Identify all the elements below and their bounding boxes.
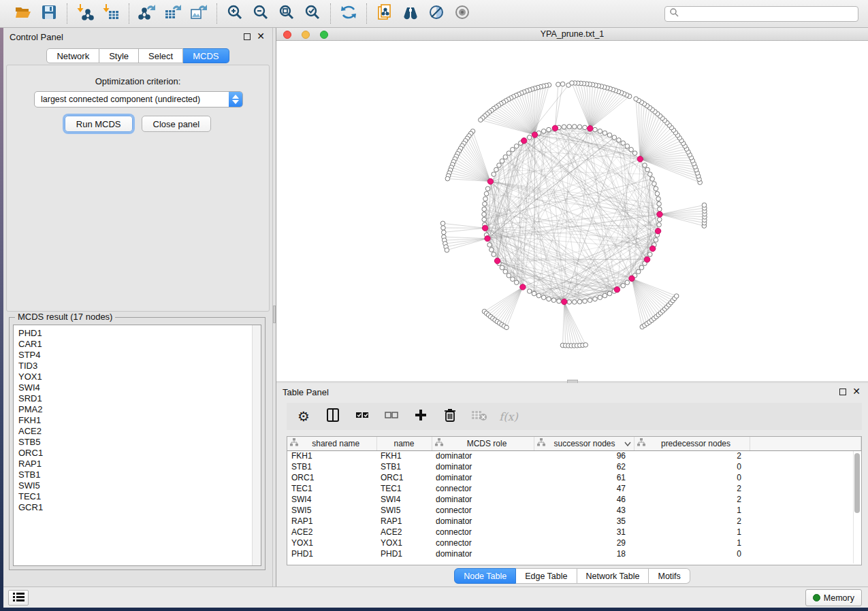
- cell-name[interactable]: YOX1: [376, 538, 432, 548]
- cell-successor-nodes[interactable]: 18: [534, 548, 634, 559]
- mcds-result-item[interactable]: ORC1: [18, 448, 261, 459]
- select-all-button[interactable]: [353, 408, 371, 425]
- scrollbar-thumb[interactable]: [854, 453, 860, 513]
- cell-predecessor-nodes[interactable]: 1: [634, 505, 750, 516]
- tab-select[interactable]: Select: [139, 48, 183, 63]
- cell-name[interactable]: SWI5: [376, 505, 432, 516]
- cell-shared-name[interactable]: SWI4: [287, 494, 376, 505]
- table-scrollbar[interactable]: [853, 451, 861, 563]
- table-row[interactable]: TEC1TEC1connector472: [287, 483, 861, 494]
- column-header-predecessor-nodes[interactable]: predecessor nodes: [634, 437, 750, 450]
- network-search-field[interactable]: [664, 6, 858, 22]
- deselect-all-button[interactable]: [383, 408, 400, 425]
- cell-shared-name[interactable]: FKH1: [287, 450, 376, 461]
- table-row[interactable]: STB1STB1dominator620: [287, 461, 861, 472]
- cell-shared-name[interactable]: PHD1: [287, 548, 376, 559]
- cell-MCDS-role[interactable]: connector: [432, 505, 534, 516]
- table-row[interactable]: YOX1YOX1connector291: [287, 538, 861, 548]
- cell-name[interactable]: ACE2: [376, 527, 432, 538]
- cell-shared-name[interactable]: SWI5: [287, 505, 376, 516]
- cell-shared-name[interactable]: STB1: [287, 461, 376, 472]
- cell-MCDS-role[interactable]: dominator: [432, 450, 534, 461]
- zoom-in-button[interactable]: [225, 4, 244, 23]
- save-session-button[interactable]: [39, 4, 59, 23]
- cell-shared-name[interactable]: ACE2: [287, 527, 376, 538]
- cell-predecessor-nodes[interactable]: 1: [634, 527, 750, 538]
- cell-MCDS-role[interactable]: dominator: [432, 548, 534, 559]
- float-window-icon[interactable]: [839, 389, 846, 395]
- mcds-result-item[interactable]: STP4: [18, 350, 261, 361]
- close-panel-button[interactable]: Close panel: [142, 116, 212, 132]
- cell-predecessor-nodes[interactable]: 2: [634, 450, 750, 461]
- mcds-result-item[interactable]: SWI5: [18, 480, 261, 491]
- close-panel-icon[interactable]: ✕: [257, 31, 265, 42]
- mcds-result-item[interactable]: PMA2: [18, 404, 261, 415]
- cell-shared-name[interactable]: TEC1: [287, 483, 376, 494]
- mcds-list-scrollbar[interactable]: [252, 325, 261, 565]
- cell-predecessor-nodes[interactable]: 0: [634, 461, 750, 472]
- show-panels-list-button[interactable]: [8, 590, 29, 606]
- mcds-result-item[interactable]: SRD1: [18, 393, 261, 404]
- cell-successor-nodes[interactable]: 43: [534, 505, 634, 516]
- cell-successor-nodes[interactable]: 47: [534, 483, 634, 494]
- cell-successor-nodes[interactable]: 96: [534, 450, 634, 461]
- zoom-out-button[interactable]: [251, 4, 270, 23]
- cell-MCDS-role[interactable]: connector: [432, 538, 534, 548]
- table-row[interactable]: FKH1FKH1dominator962: [287, 450, 861, 461]
- cell-name[interactable]: STB1: [376, 461, 432, 472]
- search-input[interactable]: [679, 9, 854, 18]
- column-header-name[interactable]: name: [376, 437, 432, 450]
- mcds-result-list[interactable]: PHD1CAR1STP4TID3YOX1SWI4SRD1PMA2FKH1ACE2…: [13, 325, 261, 566]
- cell-predecessor-nodes[interactable]: 2: [634, 516, 750, 527]
- function-builder-button[interactable]: f(x): [500, 408, 517, 425]
- column-header-MCDS-role[interactable]: MCDS role: [432, 437, 534, 450]
- tab-mcds[interactable]: MCDS: [183, 48, 229, 63]
- table-row[interactable]: ACE2ACE2connector311: [287, 527, 861, 538]
- hide-graphics-details-button[interactable]: [427, 4, 446, 23]
- cell-name[interactable]: SWI4: [376, 494, 432, 505]
- cell-shared-name[interactable]: YOX1: [287, 538, 376, 548]
- run-mcds-button[interactable]: Run MCDS: [65, 116, 133, 132]
- cell-name[interactable]: PHD1: [376, 548, 432, 559]
- import-network-button[interactable]: [76, 4, 95, 23]
- cell-MCDS-role[interactable]: connector: [432, 483, 534, 494]
- mcds-result-item[interactable]: ACE2: [18, 426, 261, 437]
- tab-motifs[interactable]: Motifs: [649, 568, 690, 584]
- column-browser-button[interactable]: [324, 408, 342, 425]
- tab-style[interactable]: Style: [99, 48, 139, 63]
- export-network-button[interactable]: [138, 4, 157, 23]
- mcds-result-item[interactable]: FKH1: [18, 415, 261, 426]
- cell-name[interactable]: FKH1: [376, 450, 432, 461]
- zoom-fit-button[interactable]: [277, 4, 296, 23]
- mcds-result-item[interactable]: GCR1: [18, 502, 261, 513]
- mcds-result-item[interactable]: TID3: [18, 361, 261, 371]
- open-file-button[interactable]: [14, 4, 33, 23]
- mcds-result-item[interactable]: RAP1: [18, 459, 261, 469]
- mcds-result-item[interactable]: SWI4: [18, 382, 261, 393]
- mcds-result-item[interactable]: PHD1: [18, 328, 261, 339]
- cell-predecessor-nodes[interactable]: 0: [634, 472, 750, 483]
- memory-button[interactable]: Memory: [805, 589, 862, 606]
- tab-edge-table[interactable]: Edge Table: [516, 568, 577, 584]
- divider-handle[interactable]: [273, 306, 276, 323]
- tab-node-table[interactable]: Node Table: [454, 568, 516, 584]
- cell-name[interactable]: ORC1: [376, 472, 432, 483]
- refresh-view-button[interactable]: [339, 4, 358, 23]
- cell-successor-nodes[interactable]: 46: [534, 494, 634, 505]
- mcds-result-item[interactable]: STB5: [18, 437, 261, 448]
- export-image-button[interactable]: [189, 4, 208, 23]
- add-column-button[interactable]: [412, 408, 430, 425]
- criterion-dropdown[interactable]: largest connected component (undirected): [34, 91, 243, 108]
- table-row[interactable]: PHD1PHD1dominator180: [287, 548, 861, 559]
- tab-network-table[interactable]: Network Table: [577, 568, 649, 584]
- mcds-result-item[interactable]: YOX1: [18, 371, 261, 382]
- delete-column-button[interactable]: [441, 408, 459, 425]
- cell-successor-nodes[interactable]: 35: [534, 516, 634, 527]
- float-window-icon[interactable]: [244, 33, 251, 40]
- column-header-successor-nodes[interactable]: successor nodes: [534, 437, 634, 450]
- mcds-result-item[interactable]: CAR1: [18, 339, 261, 350]
- node-table[interactable]: shared namenameMCDS rolesuccessor nodesp…: [287, 437, 861, 559]
- cell-predecessor-nodes[interactable]: 2: [634, 483, 750, 494]
- cell-name[interactable]: TEC1: [376, 483, 432, 494]
- cell-successor-nodes[interactable]: 29: [534, 538, 634, 548]
